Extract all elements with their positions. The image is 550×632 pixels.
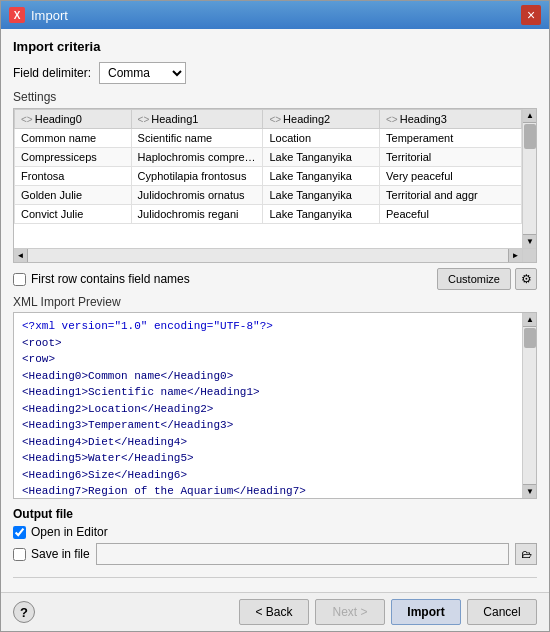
xml-line: <Heading7>Region of the Aquarium</Headin… — [22, 483, 514, 498]
hscroll-track — [28, 249, 508, 263]
col-header-1: <>Heading1 — [131, 110, 263, 129]
scroll-down-btn[interactable]: ▼ — [523, 234, 537, 248]
xml-line: <Heading0>Common name</Heading0> — [22, 368, 514, 385]
xml-line: <Heading3>Temperament</Heading3> — [22, 417, 514, 434]
open-in-editor-label[interactable]: Open in Editor — [13, 525, 108, 539]
col-icon-3: <> — [386, 114, 398, 125]
xml-line: <Heading1>Scientific name</Heading1> — [22, 384, 514, 401]
cell: Haplochromis compressi... — [131, 148, 263, 167]
customize-row: Customize ⚙ — [437, 268, 537, 290]
checkbox-row: First row contains field names Customize… — [13, 268, 537, 290]
import-dialog: X Import × Import criteria Field delimit… — [0, 0, 550, 632]
field-delimiter-select[interactable]: Comma Semicolon Tab Space — [99, 62, 186, 84]
title-bar: X Import × — [1, 1, 549, 29]
col-icon-0: <> — [21, 114, 33, 125]
cell: Temperament — [380, 129, 522, 148]
table-body: Common name Scientific name Location Tem… — [15, 129, 522, 224]
back-button[interactable]: < Back — [239, 599, 309, 625]
cell: Cyphotilapia frontosus — [131, 167, 263, 186]
cell: Common name — [15, 129, 132, 148]
main-content: Import criteria Field delimiter: Comma S… — [1, 29, 549, 592]
xml-preview-inner: <?xml version="1.0" encoding="UTF-8"?> <… — [14, 313, 536, 498]
cell: Compressiceps — [15, 148, 132, 167]
output-section: Output file Open in Editor Save in file … — [13, 507, 537, 569]
xml-preview-container: <?xml version="1.0" encoding="UTF-8"?> <… — [13, 312, 537, 499]
open-in-editor-checkbox[interactable] — [13, 526, 26, 539]
xml-line: <root> — [22, 335, 514, 352]
col-icon-2: <> — [269, 114, 281, 125]
xml-line: <Heading2>Location</Heading2> — [22, 401, 514, 418]
settings-icon-button[interactable]: ⚙ — [515, 268, 537, 290]
cell: Julidochromis ornatus — [131, 186, 263, 205]
xml-line: <Heading5>Water</Heading5> — [22, 450, 514, 467]
cell: Convict Julie — [15, 205, 132, 224]
field-delimiter-label: Field delimiter: — [13, 66, 91, 80]
settings-label: Settings — [13, 90, 537, 104]
bottom-bar: ? < Back Next > Import Cancel — [1, 592, 549, 631]
save-in-file-input[interactable] — [96, 543, 509, 565]
col-header-2: <>Heading2 — [263, 110, 380, 129]
xml-scroll-up-btn[interactable]: ▲ — [523, 313, 536, 327]
first-row-checkbox-label[interactable]: First row contains field names — [13, 272, 190, 286]
next-button[interactable]: Next > — [315, 599, 385, 625]
scroll-thumb[interactable] — [524, 124, 536, 149]
xml-content: <?xml version="1.0" encoding="UTF-8"?> <… — [14, 313, 522, 498]
cell: Lake Tanganyika — [263, 148, 380, 167]
close-button[interactable]: × — [521, 5, 541, 25]
table-hscrollbar[interactable]: ◄ ► — [14, 248, 522, 262]
save-in-file-label[interactable]: Save in file — [13, 547, 90, 561]
field-delimiter-row: Field delimiter: Comma Semicolon Tab Spa… — [13, 62, 537, 84]
table-row[interactable]: Golden Julie Julidochromis ornatus Lake … — [15, 186, 522, 205]
table-row[interactable]: Frontosa Cyphotilapia frontosus Lake Tan… — [15, 167, 522, 186]
table-header: <>Heading0 <>Heading1 <>Heading2 <>Headi… — [15, 110, 522, 129]
scroll-left-btn[interactable]: ◄ — [14, 249, 28, 263]
cell: Peaceful — [380, 205, 522, 224]
xml-scroll-thumb[interactable] — [524, 328, 536, 348]
xml-line: <?xml version="1.0" encoding="UTF-8"?> — [22, 318, 514, 335]
col-icon-1: <> — [138, 114, 150, 125]
cell: Golden Julie — [15, 186, 132, 205]
data-table: <>Heading0 <>Heading1 <>Heading2 <>Headi… — [14, 109, 522, 224]
separator — [13, 577, 537, 578]
xml-vscrollbar[interactable]: ▲ ▼ — [522, 313, 536, 498]
col-header-3: <>Heading3 — [380, 110, 522, 129]
scroll-track — [523, 123, 536, 234]
browse-folder-button[interactable]: 🗁 — [515, 543, 537, 565]
title-bar-left: X Import — [9, 7, 68, 23]
col-header-0: <>Heading0 — [15, 110, 132, 129]
open-in-editor-row: Open in Editor — [13, 525, 537, 539]
table-row[interactable]: Convict Julie Julidochromis regani Lake … — [15, 205, 522, 224]
scroll-right-btn[interactable]: ► — [508, 249, 522, 263]
scroll-up-btn[interactable]: ▲ — [523, 109, 537, 123]
data-table-container: <>Heading0 <>Heading1 <>Heading2 <>Headi… — [13, 108, 537, 263]
cell: Territorial — [380, 148, 522, 167]
table-row[interactable]: Compressiceps Haplochromis compressi... … — [15, 148, 522, 167]
xml-scroll-track — [523, 327, 536, 484]
scroll-corner — [522, 248, 536, 262]
xml-scroll-down-btn[interactable]: ▼ — [523, 484, 536, 498]
cell: Lake Tanganyika — [263, 186, 380, 205]
cell: Lake Tanganyika — [263, 205, 380, 224]
cell: Very peaceful — [380, 167, 522, 186]
xml-line: <Heading6>Size</Heading6> — [22, 467, 514, 484]
table-scroll-area: <>Heading0 <>Heading1 <>Heading2 <>Headi… — [14, 109, 522, 250]
save-in-file-checkbox[interactable] — [13, 548, 26, 561]
table-row[interactable]: Common name Scientific name Location Tem… — [15, 129, 522, 148]
table-vscrollbar[interactable]: ▲ ▼ — [522, 109, 536, 248]
customize-button[interactable]: Customize — [437, 268, 511, 290]
import-button[interactable]: Import — [391, 599, 461, 625]
cell: Territorial and aggr — [380, 186, 522, 205]
xml-preview-label: XML Import Preview — [13, 295, 537, 309]
first-row-checkbox[interactable] — [13, 273, 26, 286]
save-in-file-row: Save in file 🗁 — [13, 543, 537, 565]
cell: Julidochromis regani — [131, 205, 263, 224]
app-icon: X — [9, 7, 25, 23]
window-title: Import — [31, 8, 68, 23]
xml-line: <row> — [22, 351, 514, 368]
help-button[interactable]: ? — [13, 601, 35, 623]
cancel-button[interactable]: Cancel — [467, 599, 537, 625]
cell: Location — [263, 129, 380, 148]
import-criteria-title: Import criteria — [13, 39, 537, 54]
cell: Scientific name — [131, 129, 263, 148]
nav-buttons: < Back Next > Import Cancel — [239, 599, 537, 625]
